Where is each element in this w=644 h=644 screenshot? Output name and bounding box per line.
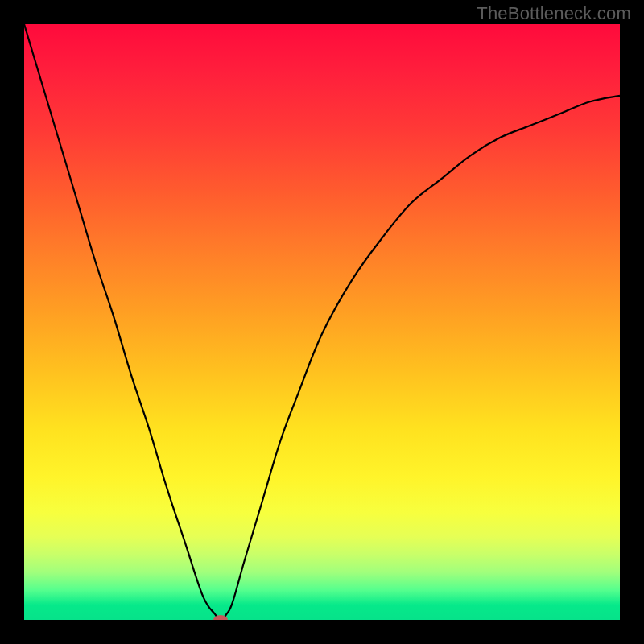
watermark-text: TheBottleneck.com xyxy=(477,3,631,24)
bottleneck-curve xyxy=(24,24,620,620)
curve-path xyxy=(24,24,620,620)
chart-container: TheBottleneck.com xyxy=(0,0,644,644)
minimum-marker xyxy=(213,615,228,620)
plot-area xyxy=(24,24,620,620)
